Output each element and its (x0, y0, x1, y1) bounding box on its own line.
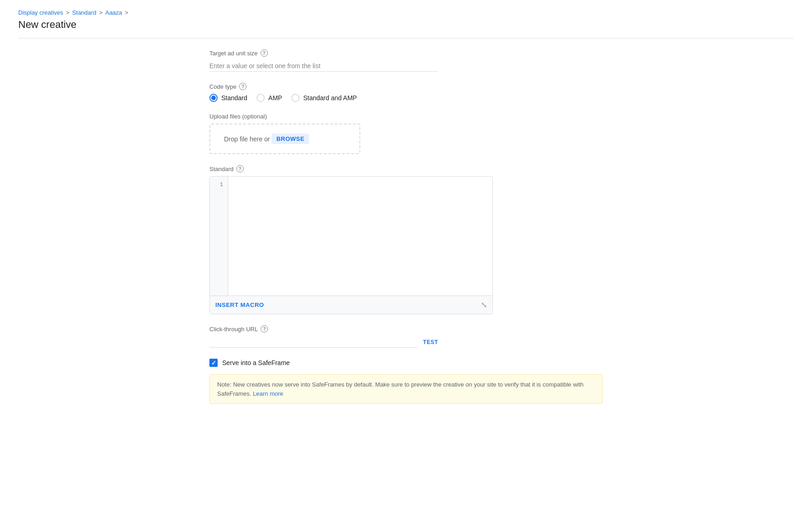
click-through-url-help-icon[interactable]: ? (261, 325, 268, 333)
radio-amp-indicator (256, 94, 265, 102)
safeframe-checkbox[interactable]: ✓ (209, 359, 218, 367)
radio-amp[interactable]: AMP (256, 94, 282, 102)
code-type-help-icon[interactable]: ? (239, 83, 246, 90)
drop-file-text: Drop file here or (224, 135, 270, 143)
code-editor-wrapper: 1 INSERT MACRO ⤡ (209, 176, 493, 314)
test-button[interactable]: TEST (423, 339, 438, 345)
code-type-radio-group: Standard AMP Standard and AMP (209, 94, 603, 102)
safeframe-label: Serve into a SafeFrame (222, 359, 290, 366)
safeframe-row: ✓ Serve into a SafeFrame (209, 359, 603, 367)
code-type-group: Code type ? Standard AMP Standard and AM… (209, 83, 603, 102)
form-container: Target ad unit size ? Code type ? Standa… (200, 49, 612, 404)
target-ad-unit-size-label: Target ad unit size ? (209, 49, 603, 57)
upload-files-group: Upload files (optional) Drop file here o… (209, 113, 603, 154)
code-editor-footer: INSERT MACRO ⤡ (210, 296, 492, 314)
radio-standard-label: Standard (221, 94, 247, 102)
standard-code-group: Standard ? 1 INSERT MACRO ⤡ (209, 165, 603, 314)
resize-icon: ⤡ (481, 301, 487, 309)
target-ad-unit-size-group: Target ad unit size ? (209, 49, 603, 72)
breadcrumb-sep-3: > (125, 9, 128, 16)
upload-dropzone[interactable]: Drop file here or BROWSE (209, 124, 360, 154)
notice-box: Note: New creatives now serve into SafeF… (209, 374, 603, 404)
divider (18, 38, 794, 38)
checkbox-check-icon: ✓ (211, 360, 216, 366)
url-input-row: TEST (209, 336, 438, 348)
target-ad-unit-size-help-icon[interactable]: ? (261, 49, 268, 57)
page-title: New creative (18, 19, 794, 31)
target-ad-unit-size-input[interactable] (209, 60, 438, 72)
insert-macro-button[interactable]: INSERT MACRO (215, 301, 264, 308)
radio-standard-indicator (209, 94, 218, 102)
radio-standard-and-amp[interactable]: Standard and AMP (291, 94, 357, 102)
code-type-label: Code type ? (209, 83, 603, 90)
radio-standard-and-amp-label: Standard and AMP (303, 94, 357, 102)
click-through-url-group: Click-through URL ? TEST (209, 325, 603, 348)
standard-code-textarea[interactable] (228, 177, 492, 296)
breadcrumb-display-creatives[interactable]: Display creatives (18, 9, 63, 16)
breadcrumb: Display creatives > Standard > Aaaza > (18, 9, 794, 16)
breadcrumb-standard[interactable]: Standard (72, 9, 96, 16)
line-numbers: 1 (210, 177, 228, 296)
browse-button[interactable]: BROWSE (272, 134, 309, 144)
breadcrumb-sep-1: > (66, 9, 69, 16)
breadcrumb-sep-2: > (99, 9, 103, 16)
upload-files-label: Upload files (optional) (209, 113, 603, 120)
radio-standard[interactable]: Standard (209, 94, 247, 102)
breadcrumb-aaaza[interactable]: Aaaza (105, 9, 122, 16)
click-through-url-input[interactable] (209, 336, 417, 348)
page-wrapper: Display creatives > Standard > Aaaza > N… (0, 0, 812, 413)
code-editor-body: 1 (210, 177, 492, 296)
standard-code-help-icon[interactable]: ? (236, 165, 244, 172)
standard-code-label: Standard ? (209, 165, 603, 172)
click-through-url-label: Click-through URL ? (209, 325, 603, 333)
learn-more-link[interactable]: Learn more (253, 390, 283, 397)
radio-standard-and-amp-indicator (291, 94, 299, 102)
radio-amp-label: AMP (268, 94, 282, 102)
